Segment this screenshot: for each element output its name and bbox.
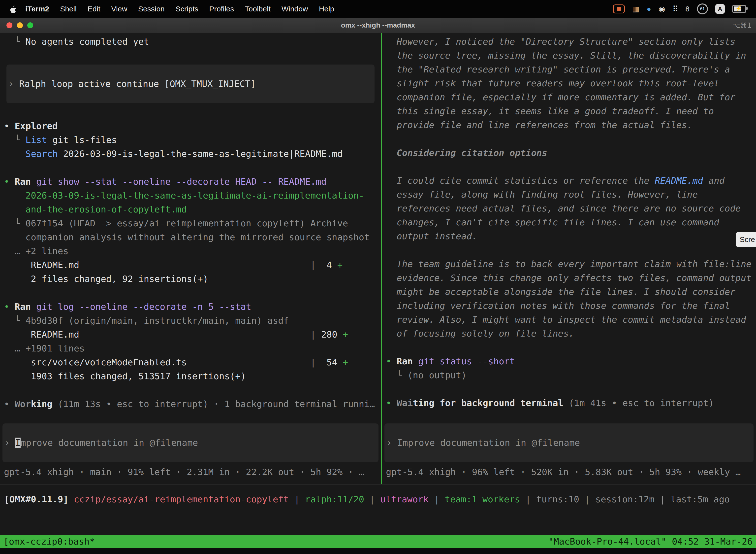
terminal-line: src/voice/voiceModeEnabled.ts | 54 + <box>4 355 377 369</box>
screen-tooltip[interactable]: Scre <box>736 232 756 247</box>
terminal-line: might be acceptable alongside the file l… <box>386 285 752 299</box>
tmux-status-bar: [omx-cczip0:bash* "MacBook-Pro-44.local"… <box>0 535 756 548</box>
bottom-strip <box>0 548 756 554</box>
blue-app-icon[interactable]: ● <box>647 5 651 13</box>
left-pane[interactable]: └ No agents completed yet › Ralph loop a… <box>0 33 381 484</box>
macos-menu-bar: iTerm2ShellEditViewSessionScriptsProfile… <box>0 0 756 18</box>
battery-percentage-gauge[interactable]: 61 <box>697 3 708 14</box>
menu-iterm2[interactable]: iTerm2 <box>20 5 55 13</box>
terminal-line: I could cite commit statistics or refere… <box>386 174 752 188</box>
screen-recording-indicator[interactable] <box>613 4 625 13</box>
menu-toolbelt[interactable]: Toolbelt <box>240 5 276 13</box>
terminal-line: The team guideline is to back every impo… <box>386 257 752 271</box>
terminal-line: of focusing solely on file lines. <box>386 327 752 340</box>
input-source-icon[interactable]: A <box>715 4 725 14</box>
session-status-text: gpt-5.4 xhigh · main · 91% left · 2.31M … <box>4 465 377 479</box>
inject-banner: › Ralph loop active continue [OMX_TMUX_I… <box>6 64 375 103</box>
terminal-line: and-the-erosion-of-copyleft.md <box>4 203 377 216</box>
menu-edit[interactable]: Edit <box>82 5 106 13</box>
terminal-line: • Ran git status --short <box>386 354 752 368</box>
terminal-line: └ 4b9d30f (origin/main, instructkr/main,… <box>4 314 377 328</box>
menu-scripts[interactable]: Scripts <box>170 5 204 13</box>
menu-profiles[interactable]: Profiles <box>204 5 239 13</box>
terminal-line: changes, I can't cite specific file line… <box>386 215 752 229</box>
terminal-line: evidence. Since this change only affects… <box>386 271 752 285</box>
terminal-line: README.md | 280 + <box>4 328 377 341</box>
terminal-line <box>4 105 377 119</box>
right-session-status: gpt-5.4 xhigh · 96% left · 520K in · 5.8… <box>382 462 756 479</box>
menu-items: iTerm2ShellEditViewSessionScriptsProfile… <box>0 5 339 13</box>
terminal-line: companion file, especially if more comme… <box>386 90 752 104</box>
tmux-session-label: [omx-cczip0:bash* <box>3 536 95 547</box>
prompt-line: › Improve documentation in @filename <box>4 436 377 450</box>
terminal-line <box>386 340 752 354</box>
right-scrollback[interactable]: However, I noticed the "Directory Struct… <box>382 35 756 424</box>
terminal-line: • Ran git log --oneline --decorate -n 5 … <box>4 300 377 314</box>
right-prompt-input[interactable]: › Improve documentation in @filename <box>384 424 754 462</box>
prompt-line: › Improve documentation in @filename <box>386 436 752 450</box>
terminal-line: Search 2026-03-09-is-legal-the-same-as-l… <box>4 147 377 161</box>
window-shortcut-badge: ⌥⌘1 <box>732 18 752 33</box>
left-prompt-input[interactable]: › Improve documentation in @filename <box>2 424 378 462</box>
menu-shell[interactable]: Shell <box>55 5 82 13</box>
window-title-bar: omx --xhigh --madmax ⌥⌘1 <box>0 18 756 33</box>
window-title: omx --xhigh --madmax <box>0 18 756 33</box>
terminal-line: output instead. <box>386 229 752 243</box>
left-scrollback[interactable]: └ No agents completed yet › Ralph loop a… <box>0 35 381 424</box>
dark-circle-app-icon[interactable]: ◉ <box>658 5 665 13</box>
app-grid-icon[interactable]: ⠿ <box>673 5 678 13</box>
apple-icon[interactable] <box>10 5 16 13</box>
terminal-line: the "Related research writing" section i… <box>386 63 752 76</box>
terminal-line: … +1901 lines <box>4 341 377 355</box>
terminal-line: essay file, along with finding root file… <box>386 188 752 202</box>
terminal-line: … +2 lines <box>4 244 377 258</box>
terminal-line: 1903 files changed, 513517 insertions(+) <box>4 369 377 383</box>
terminal-line: this single essay, it seems like a good … <box>386 104 752 118</box>
terminal-line <box>386 382 752 396</box>
menu-help[interactable]: Help <box>314 5 340 13</box>
terminal-line <box>4 161 377 175</box>
terminal-line: including verification notes with those … <box>386 299 752 313</box>
menu-view[interactable]: View <box>106 5 133 13</box>
terminal-line <box>4 49 377 63</box>
terminal-line: slight risk that future readers may over… <box>386 76 752 90</box>
terminal-line <box>386 132 752 146</box>
omx-status-text: [OMX#0.11.9] cczip/essay/ai-reimplementa… <box>4 492 752 506</box>
terminal-line: 2 files changed, 92 insertions(+) <box>4 272 377 286</box>
terminal-panes: └ No agents completed yet › Ralph loop a… <box>0 33 756 484</box>
terminal-line: › Ralph loop active continue [OMX_TMUX_I… <box>8 77 373 91</box>
charging-bolt-icon: ⚡ <box>736 5 742 12</box>
menu-window[interactable]: Window <box>276 5 314 13</box>
right-pane[interactable]: However, I noticed the "Directory Struct… <box>382 33 756 484</box>
terminal-line <box>386 243 752 257</box>
terminal-line <box>4 286 377 300</box>
terminal-line: review. Also, I might want to inspect th… <box>386 313 752 327</box>
terminal-line: README.md | 4 + <box>4 258 377 272</box>
recording-dot <box>617 7 621 11</box>
terminal-line: └ List git ls-files <box>4 133 377 147</box>
omx-status-bar: [OMX#0.11.9] cczip/essay/ai-reimplementa… <box>0 484 756 506</box>
terminal-line: • Waiting for background terminal (1m 41… <box>386 396 752 410</box>
terminal-line: • Working (11m 13s • esc to interrupt) ·… <box>4 397 377 411</box>
digit-8-icon[interactable]: 8 <box>685 5 690 13</box>
terminal-line: references need actual files, and since … <box>386 202 752 215</box>
terminal-line: └ No agents completed yet <box>4 35 377 49</box>
terminal-line: However, I noticed the "Directory Struct… <box>386 35 752 49</box>
terminal-line: Considering citation options <box>386 146 752 160</box>
tmux-host-clock: "MacBook-Pro-44.local" 04:52 31-Mar-26 <box>548 536 753 547</box>
terminal-line: • Ran git show --stat --oneline --decora… <box>4 175 377 189</box>
terminal-line: provide file and line references from th… <box>386 118 752 132</box>
terminal-line: └ (no output) <box>386 368 752 382</box>
terminal-line <box>386 160 752 174</box>
menu-session[interactable]: Session <box>133 5 170 13</box>
terminal-line <box>4 383 377 397</box>
menubar-status-icons: ▦ ● ◉ ⠿ 8 61 A ⚡ <box>613 3 756 14</box>
left-session-status: gpt-5.4 xhigh · main · 91% left · 2.31M … <box>0 462 381 479</box>
terminal-line: • Explored <box>4 119 377 133</box>
window-manager-icon[interactable]: ▦ <box>632 5 639 13</box>
battery-icon[interactable]: ⚡ <box>732 5 746 13</box>
terminal-line: the source tree, missing the essay. Stil… <box>386 49 752 63</box>
session-status-text: gpt-5.4 xhigh · 96% left · 520K in · 5.8… <box>386 465 752 479</box>
terminal-line: 2026-03-09-is-legal-the-same-as-legitima… <box>4 189 377 203</box>
terminal-line: companion analysis without altering the … <box>4 230 377 244</box>
